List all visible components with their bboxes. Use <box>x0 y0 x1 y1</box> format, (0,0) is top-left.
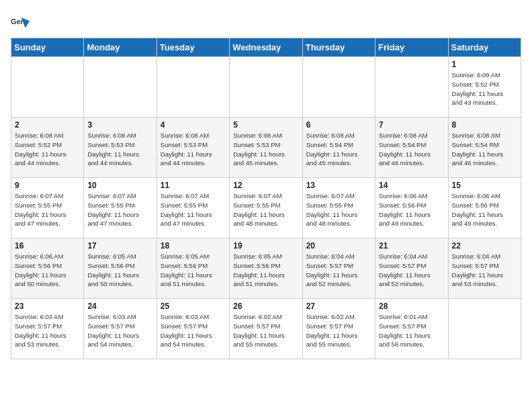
day-number: 2 <box>15 120 80 130</box>
day-info: Sunrise: 6:08 AM Sunset: 5:53 PM Dayligh… <box>233 131 298 168</box>
day-info: Sunrise: 6:08 AM Sunset: 5:54 PM Dayligh… <box>379 131 444 168</box>
day-info: Sunrise: 6:06 AM Sunset: 5:56 PM Dayligh… <box>452 191 517 228</box>
calendar-cell-w2d6: 15Sunrise: 6:06 AM Sunset: 5:56 PM Dayli… <box>448 178 521 238</box>
day-number: 17 <box>87 241 152 250</box>
day-number: 10 <box>87 181 152 190</box>
logo: Gen <box>11 13 31 32</box>
calendar-cell-w3d0: 16Sunrise: 6:06 AM Sunset: 5:56 PM Dayli… <box>11 238 84 299</box>
calendar-cell-w0d2 <box>157 57 229 118</box>
calendar-cell-w1d5: 7Sunrise: 6:08 AM Sunset: 5:54 PM Daylig… <box>375 118 448 178</box>
calendar-cell-w2d3: 12Sunrise: 6:07 AM Sunset: 5:55 PM Dayli… <box>230 178 302 238</box>
day-number: 12 <box>233 181 298 190</box>
logo-icon: Gen <box>11 13 30 32</box>
calendar-cell-w2d4: 13Sunrise: 6:07 AM Sunset: 5:55 PM Dayli… <box>302 178 375 238</box>
calendar-cell-w4d3: 26Sunrise: 6:02 AM Sunset: 5:57 PM Dayli… <box>230 299 302 359</box>
calendar-cell-w3d6: 22Sunrise: 6:04 AM Sunset: 5:57 PM Dayli… <box>448 238 521 299</box>
day-info: Sunrise: 6:08 AM Sunset: 5:54 PM Dayligh… <box>306 131 371 168</box>
day-info: Sunrise: 6:07 AM Sunset: 5:55 PM Dayligh… <box>161 191 226 228</box>
day-number: 8 <box>452 120 517 130</box>
calendar-cell-w3d2: 18Sunrise: 6:05 AM Sunset: 5:56 PM Dayli… <box>157 238 229 299</box>
day-info: Sunrise: 6:07 AM Sunset: 5:55 PM Dayligh… <box>306 191 371 228</box>
day-info: Sunrise: 6:03 AM Sunset: 5:57 PM Dayligh… <box>161 312 226 349</box>
calendar-cell-w4d2: 25Sunrise: 6:03 AM Sunset: 5:57 PM Dayli… <box>157 299 229 359</box>
day-number: 5 <box>233 120 298 130</box>
day-info: Sunrise: 6:09 AM Sunset: 5:52 PM Dayligh… <box>452 71 517 107</box>
day-number: 26 <box>233 302 298 311</box>
day-info: Sunrise: 6:05 AM Sunset: 5:56 PM Dayligh… <box>233 252 298 289</box>
day-number: 22 <box>452 241 517 250</box>
calendar-cell-w1d6: 8Sunrise: 6:08 AM Sunset: 5:54 PM Daylig… <box>448 118 521 178</box>
day-info: Sunrise: 6:07 AM Sunset: 5:55 PM Dayligh… <box>87 191 152 228</box>
calendar-cell-w0d1 <box>84 57 157 118</box>
day-info: Sunrise: 6:04 AM Sunset: 5:57 PM Dayligh… <box>379 252 444 289</box>
day-number: 13 <box>306 181 371 190</box>
calendar-cell-w0d4 <box>302 57 375 118</box>
day-number: 15 <box>452 181 517 190</box>
day-info: Sunrise: 6:07 AM Sunset: 5:55 PM Dayligh… <box>15 191 80 228</box>
day-number: 24 <box>87 302 152 311</box>
calendar-cell-w0d3 <box>230 57 302 118</box>
day-number: 4 <box>161 120 226 130</box>
day-info: Sunrise: 6:02 AM Sunset: 5:57 PM Dayligh… <box>306 312 371 349</box>
day-info: Sunrise: 6:06 AM Sunset: 5:56 PM Dayligh… <box>379 191 444 228</box>
day-number: 27 <box>306 302 371 311</box>
day-info: Sunrise: 6:03 AM Sunset: 5:57 PM Dayligh… <box>15 312 80 349</box>
calendar-cell-w2d0: 9Sunrise: 6:07 AM Sunset: 5:55 PM Daylig… <box>11 178 84 238</box>
calendar-cell-w4d6 <box>448 299 521 359</box>
calendar-cell-w4d1: 24Sunrise: 6:03 AM Sunset: 5:57 PM Dayli… <box>84 299 157 359</box>
day-info: Sunrise: 6:08 AM Sunset: 5:53 PM Dayligh… <box>87 131 152 168</box>
calendar-cell-w1d0: 2Sunrise: 6:08 AM Sunset: 5:52 PM Daylig… <box>11 118 84 178</box>
calendar-cell-w0d5 <box>375 57 448 118</box>
weekday-header-monday: Monday <box>84 38 157 57</box>
calendar-cell-w4d5: 28Sunrise: 6:01 AM Sunset: 5:57 PM Dayli… <box>375 299 448 359</box>
day-number: 14 <box>379 181 444 190</box>
calendar-cell-w1d3: 5Sunrise: 6:08 AM Sunset: 5:53 PM Daylig… <box>230 118 302 178</box>
calendar-cell-w0d6: 1Sunrise: 6:09 AM Sunset: 5:52 PM Daylig… <box>448 57 521 118</box>
calendar-cell-w3d4: 20Sunrise: 6:04 AM Sunset: 5:57 PM Dayli… <box>302 238 375 299</box>
day-info: Sunrise: 6:01 AM Sunset: 5:57 PM Dayligh… <box>379 312 444 349</box>
day-number: 16 <box>15 241 80 250</box>
calendar-cell-w2d5: 14Sunrise: 6:06 AM Sunset: 5:56 PM Dayli… <box>375 178 448 238</box>
day-number: 3 <box>87 120 152 130</box>
day-info: Sunrise: 6:04 AM Sunset: 5:57 PM Dayligh… <box>306 252 371 289</box>
day-info: Sunrise: 6:08 AM Sunset: 5:52 PM Dayligh… <box>15 131 80 168</box>
day-number: 11 <box>161 181 226 190</box>
day-info: Sunrise: 6:06 AM Sunset: 5:56 PM Dayligh… <box>15 252 80 289</box>
day-number: 19 <box>233 241 298 250</box>
calendar-cell-w1d1: 3Sunrise: 6:08 AM Sunset: 5:53 PM Daylig… <box>84 118 157 178</box>
weekday-header-saturday: Saturday <box>448 38 521 57</box>
weekday-header-wednesday: Wednesday <box>230 38 302 57</box>
day-info: Sunrise: 6:02 AM Sunset: 5:57 PM Dayligh… <box>233 312 298 349</box>
calendar-cell-w3d5: 21Sunrise: 6:04 AM Sunset: 5:57 PM Dayli… <box>375 238 448 299</box>
calendar-cell-w3d1: 17Sunrise: 6:05 AM Sunset: 5:56 PM Dayli… <box>84 238 157 299</box>
weekday-header-tuesday: Tuesday <box>157 38 229 57</box>
day-info: Sunrise: 6:05 AM Sunset: 5:56 PM Dayligh… <box>87 252 152 289</box>
day-number: 7 <box>379 120 444 130</box>
weekday-header-thursday: Thursday <box>302 38 375 57</box>
weekday-header-friday: Friday <box>375 38 448 57</box>
weekday-header-sunday: Sunday <box>11 38 84 57</box>
day-number: 6 <box>306 120 371 130</box>
calendar-cell-w2d2: 11Sunrise: 6:07 AM Sunset: 5:55 PM Dayli… <box>157 178 229 238</box>
calendar-cell-w4d0: 23Sunrise: 6:03 AM Sunset: 5:57 PM Dayli… <box>11 299 84 359</box>
day-info: Sunrise: 6:07 AM Sunset: 5:55 PM Dayligh… <box>233 191 298 228</box>
calendar-cell-w3d3: 19Sunrise: 6:05 AM Sunset: 5:56 PM Dayli… <box>230 238 302 299</box>
day-info: Sunrise: 6:08 AM Sunset: 5:53 PM Dayligh… <box>161 131 226 168</box>
day-number: 1 <box>452 60 517 69</box>
calendar-cell-w1d2: 4Sunrise: 6:08 AM Sunset: 5:53 PM Daylig… <box>157 118 229 178</box>
calendar-cell-w2d1: 10Sunrise: 6:07 AM Sunset: 5:55 PM Dayli… <box>84 178 157 238</box>
day-number: 20 <box>306 241 371 250</box>
calendar-cell-w4d4: 27Sunrise: 6:02 AM Sunset: 5:57 PM Dayli… <box>302 299 375 359</box>
calendar-table: SundayMondayTuesdayWednesdayThursdayFrid… <box>11 38 521 359</box>
day-number: 9 <box>15 181 80 190</box>
day-number: 18 <box>161 241 226 250</box>
day-number: 25 <box>161 302 226 311</box>
day-number: 21 <box>379 241 444 250</box>
day-number: 28 <box>379 302 444 311</box>
calendar-cell-w1d4: 6Sunrise: 6:08 AM Sunset: 5:54 PM Daylig… <box>302 118 375 178</box>
day-info: Sunrise: 6:04 AM Sunset: 5:57 PM Dayligh… <box>452 252 517 289</box>
day-number: 23 <box>15 302 80 311</box>
day-info: Sunrise: 6:08 AM Sunset: 5:54 PM Dayligh… <box>452 131 517 168</box>
calendar-cell-w0d0 <box>11 57 84 118</box>
day-info: Sunrise: 6:03 AM Sunset: 5:57 PM Dayligh… <box>87 312 152 349</box>
